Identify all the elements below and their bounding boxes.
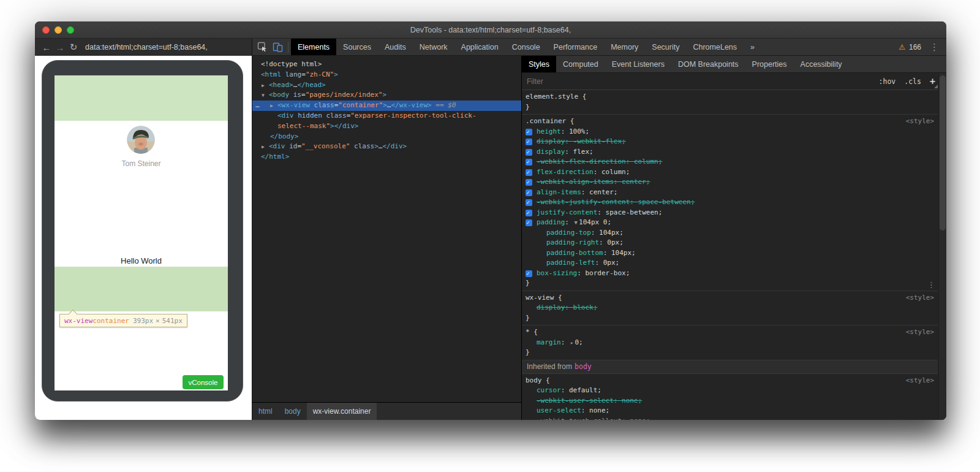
property-checkbox[interactable] (526, 139, 532, 145)
tab-network[interactable]: Network (413, 39, 454, 55)
tab-sources[interactable]: Sources (336, 39, 378, 55)
reload-icon[interactable]: ↻ (67, 42, 80, 53)
dom-node[interactable]: </html> (252, 152, 521, 162)
tab-application[interactable]: Application (454, 39, 505, 55)
property-checkbox[interactable] (526, 149, 532, 156)
sidebar-tab-styles[interactable]: Styles (522, 56, 556, 72)
css-property-padding-bottom[interactable]: padding-bottom: 104px; (522, 248, 938, 259)
rule-selector[interactable]: element.style { (522, 92, 938, 102)
devtools-menu-icon[interactable]: ⋮ (930, 42, 939, 53)
toggle-class-button[interactable]: .cls (904, 77, 921, 86)
inherited-target-link[interactable]: body (575, 362, 592, 372)
css-property-flex-direction[interactable]: flex-direction: column; (522, 167, 938, 178)
css-property-padding[interactable]: padding: ▼104px 0; (522, 218, 938, 228)
styles-filter-input[interactable] (522, 77, 875, 86)
tab-console[interactable]: Console (505, 39, 547, 55)
minimize-button[interactable] (55, 26, 62, 34)
rule-selector[interactable]: body {<style> (522, 376, 938, 386)
property-checkbox[interactable] (526, 189, 532, 196)
inherited-label: Inherited from (527, 362, 572, 372)
property-checkbox[interactable] (526, 270, 532, 277)
stylesheet-link[interactable]: <style> (906, 327, 934, 338)
css-property-padding-left[interactable]: padding-left: 0px; (522, 258, 938, 268)
stylesheet-link[interactable]: <style> (906, 116, 934, 127)
css-property-margin[interactable]: margin: ▸0; (522, 338, 938, 348)
stylesheet-link[interactable]: <style> (906, 376, 934, 386)
css-property-height[interactable]: height: 100%; (522, 127, 938, 137)
css-property-webkit-user-select[interactable]: -webkit-user-select: none; (522, 396, 938, 406)
expand-closed-icon[interactable]: ▶ (270, 101, 273, 112)
tab-memory[interactable]: Memory (604, 39, 645, 55)
toggle-pseudo-button[interactable]: :hov (879, 77, 896, 86)
dom-node[interactable]: </body> (252, 132, 521, 142)
css-property-box-sizing[interactable]: box-sizing: border-box; (522, 268, 938, 279)
crumb-body[interactable]: body (279, 403, 307, 420)
css-property-cursor[interactable]: cursor: default; (522, 386, 938, 396)
close-button[interactable] (42, 26, 50, 34)
code-segment: > (334, 70, 338, 78)
sidebar-tab-properties[interactable]: Properties (745, 56, 794, 72)
rule-menu-icon[interactable]: ⋮ (927, 281, 935, 288)
css-property-webkit-touch-callout[interactable]: ⚠-webkit-touch-callout: none; (522, 416, 938, 421)
dom-node[interactable]: ▶<div id="__vconsole" class>…</div> (252, 142, 521, 152)
css-property-user-select[interactable]: user-select: none; (522, 406, 938, 416)
url-field[interactable]: data:text/html;charset=utf-8;base64, (85, 43, 208, 51)
css-property-webkit-flex-direction[interactable]: -webkit-flex-direction: column; (522, 157, 938, 167)
sidebar-tab-dom-breakpoints[interactable]: DOM Breakpoints (671, 56, 745, 72)
device-screen: Tom Steiner Hello World wx-viewcontainer… (55, 75, 228, 390)
css-property-webkit-justify-content[interactable]: -webkit-justify-content: space-between; (522, 197, 938, 208)
sidebar-tab-accessibility[interactable]: Accessibility (794, 56, 849, 72)
css-property-align-items[interactable]: align-items: center; (522, 188, 938, 198)
dom-node-selected[interactable]: …▶<wx-view class="container">…</wx-view>… (252, 101, 521, 111)
styles-scrollbar[interactable] (938, 73, 946, 420)
tab-elements[interactable]: Elements (291, 39, 336, 55)
more-tabs-button[interactable]: » (744, 39, 761, 55)
shorthand-collapsed-icon[interactable]: ▸ (570, 340, 573, 346)
tab-performance[interactable]: Performance (547, 39, 605, 55)
css-property-display[interactable]: display: block; (522, 303, 938, 313)
crumb-html[interactable]: html (252, 403, 279, 420)
dom-node[interactable]: ▶<head>…</head> (252, 80, 521, 91)
property-checkbox[interactable] (526, 179, 532, 186)
css-property-display[interactable]: display: flex; (522, 147, 938, 158)
scrollbar-thumb[interactable] (940, 75, 946, 230)
stylesheet-link[interactable]: <style> (906, 293, 934, 303)
property-checkbox[interactable] (526, 169, 532, 176)
property-checkbox[interactable] (526, 210, 532, 216)
dom-node[interactable]: <!doctype html> (252, 59, 521, 70)
tab-security[interactable]: Security (645, 39, 686, 55)
rule-selector[interactable]: wx-view {<style> (522, 293, 938, 303)
css-property-justify-content[interactable]: justify-content: space-between; (522, 208, 938, 218)
property-checkbox[interactable] (526, 159, 532, 166)
dom-node[interactable]: <div hidden class="exparser-inspector-to… (252, 111, 521, 121)
css-property-padding-right[interactable]: padding-right: 0px; (522, 238, 938, 248)
expand-open-icon[interactable]: ▼ (262, 91, 265, 101)
property-checkbox[interactable] (526, 219, 532, 226)
tab-audits[interactable]: Audits (378, 39, 413, 55)
tab-chromelens[interactable]: ChromeLens (686, 39, 744, 55)
warning-icon[interactable]: ⚠ (899, 43, 905, 51)
crumb-wx-view-container[interactable]: wx-view.container (307, 403, 377, 420)
zoom-button[interactable] (67, 26, 74, 34)
css-property-padding-top[interactable]: padding-top: 104px; (522, 228, 938, 238)
expand-closed-icon[interactable]: ▶ (262, 142, 265, 153)
device-toolbar-icon[interactable] (273, 42, 283, 52)
property-checkbox[interactable] (526, 129, 532, 135)
vconsole-button[interactable]: vConsole (183, 375, 224, 389)
property-checkbox[interactable] (526, 199, 532, 206)
warning-count[interactable]: 166 (909, 43, 921, 51)
dom-node[interactable]: select--mask"></div> (252, 121, 521, 132)
css-property-webkit-align-items[interactable]: -webkit-align-items: center; (522, 177, 938, 188)
sidebar-tab-event-listeners[interactable]: Event Listeners (605, 56, 671, 72)
dom-node[interactable]: <html lang="zh-CN"> (252, 70, 521, 80)
sidebar-tab-computed[interactable]: Computed (556, 56, 605, 72)
rule-selector[interactable]: * {<style> (522, 327, 938, 338)
forward-icon[interactable]: → (53, 42, 67, 53)
shorthand-expanded-icon[interactable]: ▼ (575, 219, 578, 226)
inspect-element-icon[interactable] (257, 42, 268, 52)
dom-node[interactable]: ▼<body is="pages/index/index"> (252, 90, 521, 101)
expand-closed-icon[interactable]: ▶ (262, 81, 265, 91)
rule-selector[interactable]: .container {<style> (522, 116, 938, 127)
css-property-display[interactable]: display: -webkit-flex; (522, 137, 938, 147)
back-icon[interactable]: ← (40, 42, 53, 53)
